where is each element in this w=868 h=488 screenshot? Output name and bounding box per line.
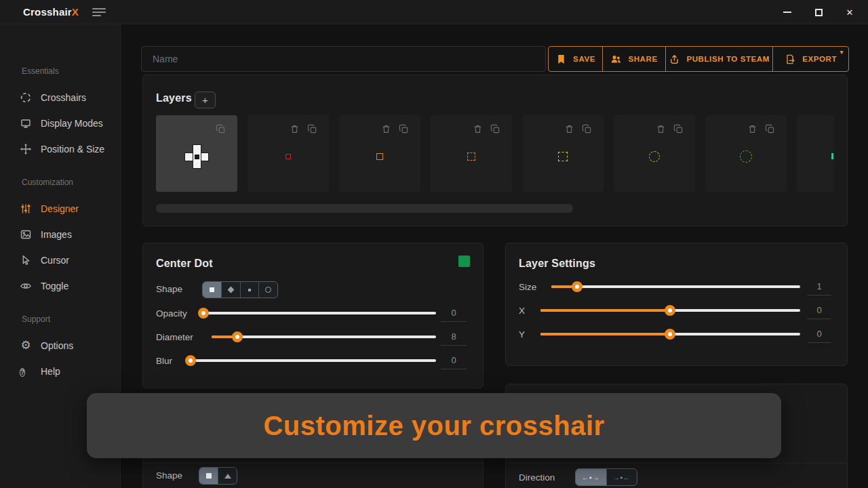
section-header-customization: Customization [22,178,73,187]
blur-value[interactable]: 0 [441,352,467,369]
crosshair-preview [558,152,568,161]
add-layer-button[interactable]: + [195,92,216,108]
minimize-button[interactable] [778,4,796,20]
center-dot-shape-control [202,281,278,298]
blur-slider-handle[interactable] [185,355,196,366]
shape-label: Shape [156,284,182,294]
sidebar-item-cursor[interactable]: Cursor [0,251,121,269]
minimize-icon [783,12,791,13]
tooltip-overlay: Customize your crosshair [87,393,781,458]
blur-label: Blur [156,356,172,366]
maximize-icon [815,9,823,16]
publish-to-steam-button[interactable]: PUBLISH TO STEAM [666,47,773,71]
trash-icon[interactable] [473,124,483,134]
shape-option-circle[interactable] [259,282,277,298]
close-button[interactable]: ✕ [841,4,859,20]
title-bar: CrosshairX ✕ [0,0,868,24]
y-slider-handle[interactable] [665,329,675,340]
overlay-text: Customize your crosshair [263,411,604,441]
duplicate-icon[interactable] [673,124,684,134]
layers-title: Layers [156,92,192,104]
chevron-down-icon[interactable]: ▾ [840,49,844,56]
sidebar-item-crosshairs[interactable]: Crosshairs [0,89,121,106]
layer-tile-7[interactable] [705,115,787,192]
triangle-icon [224,474,231,479]
layer-tile-3[interactable] [339,115,420,192]
layer-tile-5[interactable] [522,115,604,192]
layer-tile-1[interactable] [156,115,237,192]
crosshair-preview [831,153,833,159]
trash-icon[interactable] [747,124,757,134]
trash-icon[interactable] [381,124,391,134]
size-slider[interactable] [551,285,800,288]
share-button[interactable]: SHARE [603,47,666,71]
y-label: Y [519,329,525,340]
sidebar-item-toggle[interactable]: Toggle [0,277,121,295]
layer-tile-6[interactable] [614,115,695,192]
app-window: CrosshairX ✕ Essentials Crosshairs Displ… [0,0,868,488]
menu-icon[interactable] [92,8,106,16]
direction-option-inward[interactable]: →▪← [607,469,637,485]
trash-icon[interactable] [564,124,574,134]
sidebar-item-help[interactable]: ? Help [0,363,121,380]
export-button[interactable]: EXPORT ▾ [773,47,848,71]
section-header-essentials: Essentials [22,66,59,76]
direction-control: ←▪→ →▪← [575,468,637,486]
duplicate-icon[interactable] [399,124,409,134]
diameter-value[interactable]: 8 [441,328,467,346]
size-slider-handle[interactable] [572,281,583,292]
diameter-slider-handle[interactable] [232,331,243,342]
direction-label: Direction [519,472,555,483]
y-value[interactable]: 0 [807,325,831,343]
opacity-slider[interactable] [200,312,436,314]
duplicate-icon[interactable] [490,124,500,134]
move-icon [20,143,32,155]
name-input[interactable] [141,46,546,72]
blur-slider[interactable] [188,359,436,362]
sidebar-item-options[interactable]: ⚙ Options [0,337,121,354]
x-label: X [519,306,525,316]
shape-option-square[interactable] [199,468,218,484]
layer-tile-8[interactable] [797,115,834,192]
shape-option-diamond[interactable] [222,282,241,298]
trash-icon[interactable] [290,124,300,134]
duplicate-icon[interactable] [582,124,592,134]
opacity-value[interactable]: 0 [441,304,467,322]
duplicate-icon[interactable] [216,124,226,134]
shape-option-triangle[interactable] [218,468,237,484]
size-label: Size [519,282,536,292]
app-title: Crosshair [23,6,72,18]
crosshair-preview [285,154,291,159]
layers-scrollbar[interactable] [156,204,573,213]
square-icon [206,473,212,479]
circle-icon [265,287,271,293]
layer-tile-2[interactable] [248,115,329,192]
sidebar-item-images[interactable]: Images [0,226,121,243]
diamond-icon [227,287,234,293]
square-icon [210,287,214,292]
save-button[interactable]: SAVE [549,47,603,71]
sidebar-item-display-modes[interactable]: Display Modes [0,115,121,132]
opacity-slider-handle[interactable] [198,308,209,319]
trash-icon[interactable] [656,124,666,134]
sidebar-item-designer[interactable]: Designer [0,200,121,218]
arrows-inward-icon: →▪← [612,474,631,481]
size-value[interactable]: 1 [807,278,831,296]
image-icon [20,228,32,241]
maximize-button[interactable] [810,4,827,20]
cursor-icon [20,254,32,266]
section-header-support: Support [22,314,50,324]
x-slider-handle[interactable] [665,305,675,316]
duplicate-icon[interactable] [765,124,775,134]
monitor-icon [20,117,32,129]
color-indicator[interactable] [458,256,470,267]
x-value[interactable]: 0 [807,302,831,319]
duplicate-icon[interactable] [307,124,317,134]
action-button-group: SAVE SHARE PUBLISH TO STEAM EXPORT ▾ [548,46,849,72]
shape-option-dot[interactable] [241,282,260,298]
layer-tile-4[interactable] [431,115,512,192]
direction-option-outward[interactable]: ←▪→ [576,469,607,485]
diameter-slider[interactable] [212,336,436,338]
shape-option-square[interactable] [203,282,222,298]
sidebar-item-position-size[interactable]: Position & Size [0,140,121,158]
